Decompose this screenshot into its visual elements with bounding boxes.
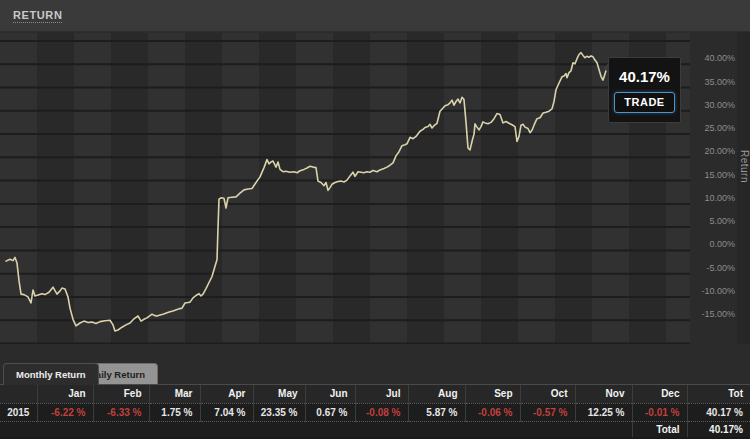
total-row: Total40.17% [0,421,750,438]
y-axis-strip [737,32,750,344]
return-cell: -0.08 % [355,403,408,421]
y-tick-label: 0.00% [709,239,735,249]
empty-cell [93,421,149,438]
return-cell: 1.75 % [149,403,200,421]
return-cell: 23.35 % [253,403,305,421]
return-cell: 5.87 % [408,403,465,421]
column-header: May [253,385,305,403]
returns-table-wrap: JanFebMarAprMayJunJulAugSepOctNovDecTot2… [0,384,750,439]
empty-cell [0,421,37,438]
y-tick-label: 40.00% [704,53,735,63]
column-header: Nov [575,385,632,403]
total-label: Total [632,421,687,438]
column-header: Feb [93,385,149,403]
column-header: Aug [408,385,465,403]
return-cell: 7.04 % [200,403,253,421]
trade-button[interactable]: TRADE [614,92,674,113]
y-tick-label: 15.00% [704,170,735,180]
year-cell: 2015 [0,403,37,421]
empty-cell [305,421,355,438]
returns-table: JanFebMarAprMayJunJulAugSepOctNovDecTot2… [0,385,750,439]
tab-monthly-return[interactable]: Monthly Return [3,363,99,385]
return-cell: -0.06 % [465,403,520,421]
column-header: Tot [687,385,750,403]
column-header: Mar [149,385,200,403]
return-cell: -6.33 % [93,403,149,421]
tooltip-value: 40.17% [619,68,670,85]
return-panel: RETURN 40.00%35.00%30.00%25.00%20.00%15.… [0,0,750,439]
y-tick-label: 25.00% [704,123,735,133]
y-tick-label: -5.00% [706,263,735,273]
chart-tooltip: 40.17% TRADE [608,57,681,123]
empty-cell [37,421,93,438]
tooltip-arrow-icon [603,63,609,73]
return-cell: -0.57 % [520,403,575,421]
column-header: Dec [632,385,687,403]
column-header: Apr [200,385,253,403]
empty-cell [408,421,465,438]
empty-cell [465,421,520,438]
y-tick-label: 20.00% [704,146,735,156]
return-cell: -0.01 % [632,403,687,421]
y-tick-label: 30.00% [704,100,735,110]
return-cell: 0.67 % [305,403,355,421]
y-tick-label: -10.00% [701,286,735,296]
empty-cell [200,421,253,438]
table-row: 2015-6.22 %-6.33 %1.75 %7.04 %23.35 %0.6… [0,403,750,421]
return-line-chart [0,33,690,344]
column-header [0,385,37,403]
panel-title: RETURN [13,9,62,23]
empty-cell [253,421,305,438]
total-value: 40.17% [687,421,750,438]
return-cell: -6.22 % [37,403,93,421]
empty-cell [355,421,408,438]
y-tick-label: 10.00% [704,193,735,203]
empty-cell [520,421,575,438]
y-tick-label: 35.00% [704,77,735,87]
y-tick-label: -15.00% [701,309,735,319]
column-header: Oct [520,385,575,403]
return-cell: 12.25 % [575,403,632,421]
empty-cell [149,421,200,438]
return-cell: 40.17 % [687,403,750,421]
y-axis: 40.00%35.00%30.00%25.00%20.00%15.00%10.0… [690,32,737,344]
table-header-row: JanFebMarAprMayJunJulAugSepOctNovDecTot [0,385,750,403]
column-header: Jul [355,385,408,403]
tab-bar: Monthly Return Daily Return [0,363,750,385]
column-header: Jun [305,385,355,403]
return-line [6,53,612,331]
column-header: Sep [465,385,520,403]
y-tick-label: 5.00% [709,216,735,226]
y-axis-title: Return [737,150,750,183]
empty-cell [575,421,632,438]
panel-header: RETURN [0,0,750,32]
chart-plot[interactable] [0,33,690,344]
column-header: Jan [37,385,93,403]
